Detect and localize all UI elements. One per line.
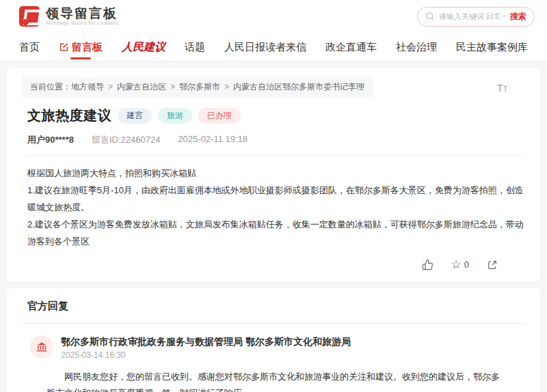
message-line: 根据国人旅游两大特点，拍照和购买冰箱贴: [27, 165, 525, 182]
message-actions: ☆ 0: [22, 250, 525, 275]
reply-datetime: 2025-03-14 16:30: [61, 350, 351, 360]
breadcrumb-item-region[interactable]: 内蒙古自治区: [117, 82, 166, 92]
site-logo[interactable]: 领导留言板 Message Board for Leaders: [19, 6, 118, 27]
tag-status-handled: 已办理: [198, 108, 241, 124]
reply-header: 鄂尔多斯市行政审批政务服务与数据管理局 鄂尔多斯市文化和旅游局 2025-03-…: [30, 335, 525, 360]
nav-item-topics[interactable]: 话题: [175, 33, 215, 61]
nav-item-democracy-cases[interactable]: 民主故事案例库: [446, 33, 537, 61]
nav-item-gov-enterprise[interactable]: 政企直通车: [316, 33, 386, 61]
nav-item-social-governance[interactable]: 社会治理: [386, 33, 446, 61]
nav-item-message-board[interactable]: 留言板: [49, 33, 112, 61]
message-body: 根据国人旅游两大特点，拍照和购买冰箱贴 1.建议在旅游旺季5月-10月，由政府出…: [27, 165, 525, 250]
agency-name: 鄂尔多斯市行政审批政务服务与数据管理局 鄂尔多斯市文化和旅游局: [61, 335, 351, 348]
breadcrumb-separator: >: [224, 82, 229, 92]
search-icon: [425, 12, 435, 21]
agency-avatar: [30, 335, 53, 359]
nav-item-home[interactable]: 首页: [10, 33, 49, 61]
reply-section-title: 官方回复: [27, 300, 525, 313]
message-user: 用户90****8: [27, 134, 74, 146]
breadcrumb-item-city[interactable]: 鄂尔多斯市: [179, 82, 220, 92]
logo-text: 领导留言板 Message Board for Leaders: [46, 7, 118, 27]
breadcrumb-separator: >: [170, 82, 175, 92]
official-reply-card: 官方回复 鄂尔多斯市行政审批政务服务与数据管理局 鄂尔多斯市文化和旅游局 202…: [7, 288, 540, 392]
search-input[interactable]: [439, 12, 506, 20]
font-size-toggle[interactable]: TT: [497, 82, 507, 94]
message-id: 留言ID:22460724: [92, 134, 160, 146]
breadcrumb-item-local-leaders[interactable]: 地方领导: [71, 82, 104, 92]
like-button[interactable]: [422, 259, 433, 270]
message-title: 文旅热度建议: [27, 107, 111, 125]
breadcrumb-prefix: 当前位置：: [30, 82, 71, 92]
breadcrumb: 当前位置：地方领导>内蒙古自治区>鄂尔多斯市>内蒙古自治区鄂尔多斯市委书记李理: [22, 76, 373, 98]
logo-title: 领导留言板: [46, 7, 118, 20]
search-box[interactable]: 搜索: [417, 7, 535, 27]
search-button[interactable]: 搜索: [510, 11, 526, 23]
favorite-button[interactable]: ☆ 0: [451, 259, 469, 270]
logo-subtitle: Message Board for Leaders: [46, 20, 118, 26]
thumbs-up-icon: [422, 259, 433, 270]
nav-item-reader-letters[interactable]: 人民日报读者来信: [215, 33, 316, 61]
tag-suggestion: 建言: [118, 108, 152, 124]
share-button[interactable]: [487, 260, 498, 270]
government-building-icon: [36, 341, 48, 353]
nav-item-people-suggestions[interactable]: 人民建议: [112, 33, 175, 61]
message-line: 1.建议在旅游旺季5月-10月，由政府出面雇佣本地或外地职业摄影师或摄影团队，在…: [27, 182, 525, 216]
divider: [22, 323, 525, 324]
star-icon: ☆: [451, 259, 462, 270]
message-card: 当前位置：地方领导>内蒙古自治区>鄂尔多斯市>内蒙古自治区鄂尔多斯市委书记李理 …: [7, 68, 540, 281]
message-datetime: 2025-02-11 19:18: [178, 134, 248, 146]
breadcrumb-separator: >: [108, 82, 113, 92]
favorite-count: 0: [464, 260, 469, 270]
breadcrumb-item-leader[interactable]: 内蒙古自治区鄂尔多斯市委书记李理: [233, 82, 364, 92]
reply-paragraph: 网民朋友您好，您的留言已收到。感谢您对鄂尔多斯市文化和旅游事业的关注和建议。收到…: [46, 369, 507, 392]
message-line: 2.建议各个景区为游客免费发放冰箱贴，文旅局发布集冰箱贴任务，收集一定数量的冰箱…: [27, 216, 525, 250]
tag-tourism: 旅游: [158, 108, 192, 124]
edit-pen-icon: [59, 42, 69, 52]
share-icon: [487, 260, 498, 270]
logo-speech-bubble-icon: [19, 6, 40, 27]
top-bar: 领导留言板 Message Board for Leaders 搜索: [0, 0, 547, 33]
main-nav: 首页 留言板 人民建议 话题 人民日报读者来信 政企直通车 社会治理 民主故事案…: [0, 33, 547, 61]
reply-body: 网民朋友您好，您的留言已收到。感谢您对鄂尔多斯市文化和旅游事业的关注和建议。收到…: [46, 369, 507, 392]
nav-item-serve-masses[interactable]: 凝聚服务群众: [537, 33, 547, 61]
